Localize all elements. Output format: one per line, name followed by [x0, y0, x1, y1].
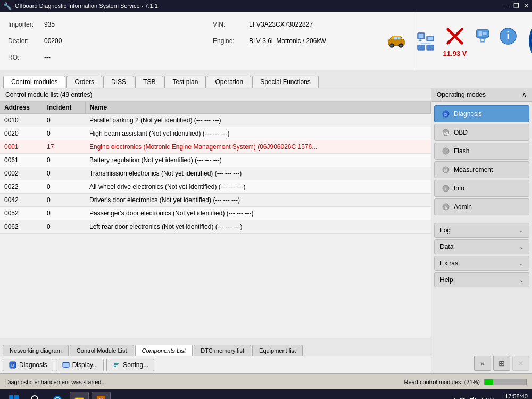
name-cell: High beam assistant (Not yet identified)…: [85, 127, 431, 140]
collapse-icon[interactable]: ∧: [522, 91, 527, 98]
diagnosis-button[interactable]: D Diagnosis: [3, 359, 53, 371]
toolbar-icons: 11.93 V: [415, 12, 532, 70]
vehicle-info: Importer: 935 VIN: LFV3A23CX73022827 Dea…: [0, 12, 415, 70]
obd-op-icon: OBD: [441, 128, 451, 137]
btab-control-module-list[interactable]: Control Module List: [70, 345, 134, 356]
clock-time: 17:58:40: [498, 393, 528, 399]
display-button[interactable]: Display...: [56, 359, 104, 371]
op-btn-info[interactable]: i Info: [434, 180, 529, 197]
name-cell: Driver's door electronics (Not yet ident…: [85, 194, 431, 207]
svg-text:i: i: [506, 30, 510, 41]
address-cell: 0062: [0, 220, 43, 234]
progress-fill: [485, 379, 493, 385]
titlebar: 🔧 Offboard Diagnostic Information System…: [0, 0, 532, 12]
table-row[interactable]: 00420Driver's door electronics (Not yet …: [0, 194, 431, 207]
cancel-connection-icon[interactable]: [443, 24, 467, 48]
extras-section[interactable]: Extras ⌄: [434, 256, 529, 271]
forward-icon: »: [480, 359, 485, 368]
name-cell: Engine electronics (Motronic Engine Mana…: [85, 140, 431, 154]
table-row[interactable]: 000117Engine electronics (Motronic Engin…: [0, 140, 431, 154]
col-address[interactable]: Address: [0, 102, 43, 114]
svg-text:D: D: [444, 112, 447, 117]
display-icon: [62, 361, 70, 369]
btab-dtc-memory[interactable]: DTC memory list: [194, 345, 251, 356]
svg-text:A: A: [445, 206, 447, 210]
op-btn-obd[interactable]: OBD OBD: [434, 124, 529, 141]
sorting-button[interactable]: Sorting...: [106, 359, 154, 371]
diagnostic-taskbar[interactable]: D: [92, 392, 111, 399]
search-taskbar-button[interactable]: [26, 392, 45, 399]
svg-rect-6: [398, 37, 401, 39]
start-button[interactable]: [4, 392, 23, 399]
op-btn-flash[interactable]: F Flash: [434, 143, 529, 160]
log-label: Log: [440, 227, 451, 234]
header-panel: Importer: 935 VIN: LFV3A23CX73022827 Dea…: [0, 12, 532, 70]
table-row[interactable]: 00100Parallel parking 2 (Not yet identif…: [0, 114, 431, 127]
engine-label: Engine:: [213, 37, 245, 45]
forward-nav-button[interactable]: »: [474, 356, 491, 371]
network-icon[interactable]: [414, 29, 438, 53]
help-section[interactable]: Help ⌄: [434, 272, 529, 287]
tab-special-functions[interactable]: Special Functions: [252, 76, 319, 88]
svg-rect-32: [64, 367, 68, 368]
cancel-nav-button[interactable]: ✕: [512, 356, 529, 371]
btab-equipment-list[interactable]: Equipment list: [252, 345, 303, 356]
car-icon[interactable]: [385, 29, 409, 53]
table-row[interactable]: 00020Transmission electronics (Not yet i…: [0, 167, 431, 180]
table-row[interactable]: 00610Battery regulation (Not yet identif…: [0, 154, 431, 167]
op-btn-diagnosis[interactable]: D Diagnosis: [434, 105, 529, 122]
maximize-button[interactable]: ❐: [513, 2, 519, 10]
table-row[interactable]: 00220All-wheel drive electronics (Not ye…: [0, 180, 431, 194]
vin-label: VIN:: [213, 21, 245, 28]
svg-point-4: [400, 44, 402, 46]
svg-text:OBD: OBD: [442, 131, 450, 135]
name-cell: All-wheel drive electronics (Not yet ide…: [85, 180, 431, 194]
op-btn-admin[interactable]: A Admin: [434, 198, 529, 215]
taskbar-left: D: [4, 392, 111, 399]
usb-icon[interactable]: [472, 28, 493, 44]
col-incident[interactable]: Incident: [43, 102, 85, 114]
close-button[interactable]: ✕: [523, 2, 529, 10]
module-list-header: Control module list (49 entries): [0, 88, 431, 102]
module-table-container[interactable]: Address Incident Name 00100Parallel park…: [0, 102, 431, 338]
table-row[interactable]: 00520Passenger's door electronics (Not y…: [0, 207, 431, 220]
dealer-label: Dealer:: [8, 37, 40, 45]
data-expand-icon: ⌄: [519, 244, 523, 250]
data-section[interactable]: Data ⌄: [434, 239, 529, 254]
info-icon[interactable]: i: [498, 28, 518, 44]
op-btn-measurement[interactable]: M Measurement: [434, 161, 529, 178]
op-modes-header: Operating modes ∧: [431, 88, 532, 102]
log-expand-icon: ⌄: [519, 228, 523, 234]
svg-text:i: i: [445, 186, 446, 192]
tab-orders[interactable]: Orders: [66, 76, 102, 88]
app-title: Offboard Diagnostic Information System S…: [15, 3, 158, 9]
btab-components-list[interactable]: Components List: [135, 345, 193, 356]
extras-expand-icon: ⌄: [519, 261, 523, 267]
diagnosis-icon: D: [9, 361, 17, 369]
grid-icon: ⊞: [498, 359, 505, 368]
svg-rect-9: [420, 39, 421, 40]
table-row[interactable]: 00620Left rear door electronics (Not yet…: [0, 220, 431, 234]
tab-test-plan[interactable]: Test plan: [164, 76, 206, 88]
btab-networking[interactable]: Networking diagram: [3, 345, 69, 356]
op-modes-title: Operating modes: [437, 91, 486, 98]
help-expand-icon: ⌄: [519, 277, 523, 283]
tab-tsb[interactable]: TSB: [135, 76, 163, 88]
right-panel: Operating modes ∧ D Diagnosis OBD: [431, 88, 532, 373]
svg-rect-5: [393, 37, 397, 39]
col-name[interactable]: Name: [85, 102, 431, 114]
log-section[interactable]: Log ⌄: [434, 223, 529, 238]
ro-value: ---: [44, 54, 51, 61]
edge-taskbar-button[interactable]: [48, 392, 67, 399]
tab-diss[interactable]: DISS: [103, 76, 134, 88]
panels-area: Control module list (49 entries) Address…: [0, 88, 532, 373]
tab-control-modules[interactable]: Control modules: [3, 76, 65, 88]
minimize-button[interactable]: —: [503, 2, 509, 10]
dealer-value: 00200: [44, 37, 62, 45]
grid-nav-button[interactable]: ⊞: [493, 356, 510, 371]
file-explorer-taskbar[interactable]: [70, 392, 89, 399]
table-row[interactable]: 00200High beam assistant (Not yet identi…: [0, 127, 431, 140]
tab-operation[interactable]: Operation: [207, 76, 251, 88]
op-buttons: D Diagnosis OBD OBD F Flash: [431, 104, 532, 217]
taskbar-right: ENG 17:58:40 21/06/2021: [447, 393, 528, 399]
